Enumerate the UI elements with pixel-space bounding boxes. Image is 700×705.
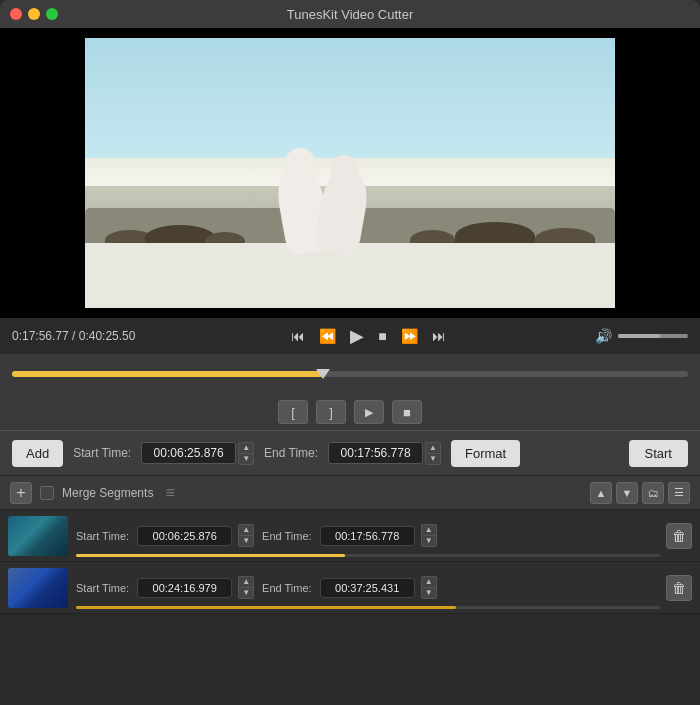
start-time-down[interactable]: ▼ (238, 453, 254, 465)
seg1-end-label: End Time: (262, 530, 312, 542)
add-segment-button[interactable]: + (10, 482, 32, 504)
segments-header: + Merge Segments ≡ ▲ ▼ 🗂 ☰ (0, 476, 700, 510)
controls-bar: 0:17:56.77 / 0:40:25.50 ⏮ ⏪ ▶ ■ ⏩ ⏭ 🔊 (0, 318, 700, 354)
segment-thumbnail-2 (8, 568, 68, 608)
end-time-up[interactable]: ▲ (425, 442, 441, 453)
timeline-progress (12, 371, 323, 377)
window-controls (10, 8, 58, 20)
end-time-spinner: ▲ ▼ (425, 442, 441, 465)
frame-back-button[interactable]: ⏪ (315, 326, 340, 346)
delete-segment-2-button[interactable]: 🗑 (666, 575, 692, 601)
drag-handle: ≡ (161, 484, 176, 502)
seg2-start-up[interactable]: ▲ (238, 576, 254, 587)
timeline-track[interactable] (12, 371, 688, 377)
mark-out-button[interactable]: ] (316, 400, 346, 424)
maximize-button[interactable] (46, 8, 58, 20)
list-button[interactable]: ☰ (668, 482, 690, 504)
seg2-start-input[interactable] (137, 578, 232, 598)
volume-icon: 🔊 (595, 328, 612, 344)
delete-segment-1-button[interactable]: 🗑 (666, 523, 692, 549)
end-time-group: ▲ ▼ (328, 442, 441, 465)
start-time-spinner: ▲ ▼ (238, 442, 254, 465)
title-bar: TunesKit Video Cutter (0, 0, 700, 28)
seg2-end-input[interactable] (320, 578, 415, 598)
segment-1-times: Start Time: ▲ ▼ End Time: ▲ ▼ (76, 524, 658, 547)
seg2-end-label: End Time: (262, 582, 312, 594)
segments-controls: ▲ ▼ 🗂 ☰ (590, 482, 690, 504)
stop-button[interactable]: ■ (374, 326, 390, 346)
play-button[interactable]: ▶ (346, 323, 368, 349)
merge-checkbox[interactable] (40, 486, 54, 500)
seg1-start-down[interactable]: ▼ (238, 535, 254, 547)
main-toolbar: Add Start Time: ▲ ▼ End Time: ▲ ▼ Format… (0, 430, 700, 476)
seg1-start-up[interactable]: ▲ (238, 524, 254, 535)
segments-panel: + Merge Segments ≡ ▲ ▼ 🗂 ☰ Start Time: ▲… (0, 476, 700, 614)
seg2-start-down[interactable]: ▼ (238, 587, 254, 599)
preview-button[interactable]: ▶ (354, 400, 384, 424)
timeline-thumb[interactable] (316, 369, 330, 379)
segment-2-progress-bar (76, 606, 660, 609)
seg1-end-input[interactable] (320, 526, 415, 546)
stop-cut-button[interactable]: ■ (392, 400, 422, 424)
seg1-start-spinner: ▲ ▼ (238, 524, 254, 547)
segment-row: Start Time: ▲ ▼ End Time: ▲ ▼ 🗑 (0, 510, 700, 562)
timeline-area (0, 354, 700, 394)
video-area (0, 28, 700, 318)
time-display: 0:17:56.77 / 0:40:25.50 (12, 329, 142, 343)
skip-forward-button[interactable]: ⏭ (428, 326, 450, 346)
seg2-start-spinner: ▲ ▼ (238, 576, 254, 599)
close-button[interactable] (10, 8, 22, 20)
format-button[interactable]: Format (451, 440, 520, 467)
seg1-start-label: Start Time: (76, 530, 129, 542)
volume-slider[interactable] (618, 334, 688, 338)
seg2-end-up[interactable]: ▲ (421, 576, 437, 587)
frame-forward-button[interactable]: ⏩ (397, 326, 422, 346)
app-title: TunesKit Video Cutter (287, 7, 413, 22)
end-time-label: End Time: (264, 446, 318, 460)
segment-1-progress-bar (76, 554, 660, 557)
playback-controls: ⏮ ⏪ ▶ ■ ⏩ ⏭ (150, 323, 587, 349)
seg2-end-down[interactable]: ▼ (421, 587, 437, 599)
seg1-end-down[interactable]: ▼ (421, 535, 437, 547)
volume-control: 🔊 (595, 328, 688, 344)
merge-label: Merge Segments (62, 486, 153, 500)
mark-in-button[interactable]: [ (278, 400, 308, 424)
seg2-end-spinner: ▲ ▼ (421, 576, 437, 599)
segment-1-progress-fill (76, 554, 345, 557)
start-button[interactable]: Start (629, 440, 688, 467)
end-time-input[interactable] (328, 442, 423, 464)
folder-button[interactable]: 🗂 (642, 482, 664, 504)
seg1-end-up[interactable]: ▲ (421, 524, 437, 535)
seg1-end-spinner: ▲ ▼ (421, 524, 437, 547)
seg2-start-label: Start Time: (76, 582, 129, 594)
move-down-button[interactable]: ▼ (616, 482, 638, 504)
edit-buttons-row: [ ] ▶ ■ (0, 394, 700, 430)
segment-row: Start Time: ▲ ▼ End Time: ▲ ▼ 🗑 (0, 562, 700, 614)
add-button[interactable]: Add (12, 440, 63, 467)
end-time-down[interactable]: ▼ (425, 453, 441, 465)
segment-thumbnail-1 (8, 516, 68, 556)
skip-back-button[interactable]: ⏮ (287, 326, 309, 346)
start-time-up[interactable]: ▲ (238, 442, 254, 453)
start-time-group: ▲ ▼ (141, 442, 254, 465)
move-up-button[interactable]: ▲ (590, 482, 612, 504)
segment-2-times: Start Time: ▲ ▼ End Time: ▲ ▼ (76, 576, 658, 599)
start-time-input[interactable] (141, 442, 236, 464)
seg1-start-input[interactable] (137, 526, 232, 546)
start-time-label: Start Time: (73, 446, 131, 460)
segment-2-progress-fill (76, 606, 456, 609)
minimize-button[interactable] (28, 8, 40, 20)
video-player (85, 38, 615, 308)
